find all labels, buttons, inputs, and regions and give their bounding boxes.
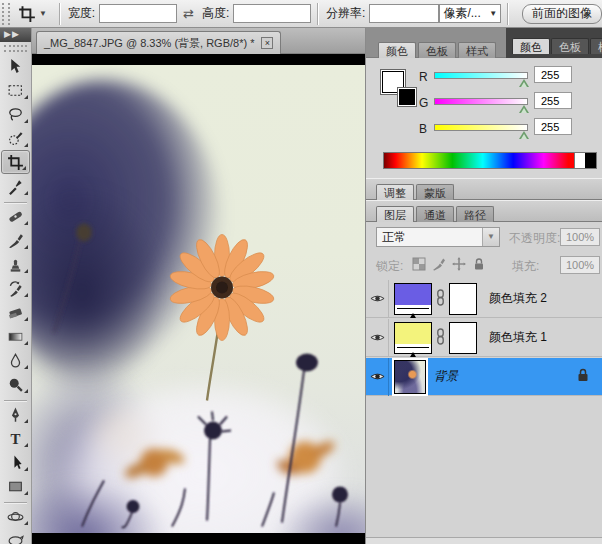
tab-channels[interactable]: 通道: [416, 206, 454, 223]
red-slider[interactable]: [434, 72, 528, 79]
tab-styles-overlay[interactable]: 样式: [590, 38, 602, 54]
lasso-icon: [7, 106, 24, 123]
spectrum-gradient[interactable]: [384, 153, 574, 168]
daisy-flower: [169, 235, 276, 401]
background-color-swatch[interactable]: [397, 87, 417, 107]
visibility-toggle[interactable]: [366, 319, 389, 357]
rectangle-shape-tool[interactable]: [0, 474, 31, 498]
tab-adjustments[interactable]: 调整: [376, 184, 414, 201]
move-icon: [7, 58, 24, 75]
chevron-down-icon: ▼: [482, 228, 499, 246]
layer-mask-thumbnail[interactable]: [449, 283, 477, 315]
current-tool-button[interactable]: ▼: [12, 5, 53, 23]
green-slider-thumb[interactable]: [519, 105, 529, 113]
color-spectrum-ramp[interactable]: [383, 152, 597, 169]
pen-tool[interactable]: [0, 402, 31, 426]
toolbar-collapse-header[interactable]: ▶▶: [0, 28, 31, 42]
visibility-toggle[interactable]: [366, 358, 389, 396]
layer-row-color-fill-2[interactable]: 颜色填充 2: [366, 280, 602, 318]
blue-slider-thumb[interactable]: [519, 131, 529, 139]
green-slider[interactable]: [434, 98, 528, 105]
green-value-input[interactable]: [534, 92, 572, 109]
visibility-toggle[interactable]: [366, 280, 389, 318]
red-slider-thumb[interactable]: [519, 79, 529, 87]
resolution-input[interactable]: [369, 4, 439, 23]
layer-name[interactable]: 背景: [434, 368, 458, 385]
dock-bottom-strip: [366, 537, 602, 544]
blue-channel-label: B: [419, 122, 433, 136]
type-tool[interactable]: T: [0, 426, 31, 450]
adjustments-tab-bar: 调整 蒙版: [366, 178, 602, 200]
canvas-area[interactable]: [32, 54, 365, 544]
height-input[interactable]: [233, 4, 311, 23]
path-selection-tool[interactable]: [0, 450, 31, 474]
blend-mode-value: 正常: [377, 229, 482, 246]
front-image-button[interactable]: 前面的图像: [522, 4, 602, 24]
close-icon[interactable]: ×: [261, 37, 273, 49]
blend-mode-dropdown[interactable]: 正常 ▼: [376, 227, 500, 247]
spot-healing-brush-tool[interactable]: [0, 204, 31, 228]
opacity-value[interactable]: 100%: [560, 228, 600, 246]
lock-position-icon[interactable]: [452, 257, 466, 271]
width-input[interactable]: [99, 4, 177, 23]
color-panel: R G B: [366, 58, 602, 178]
eyedropper-icon: [7, 178, 24, 195]
blue-value-input[interactable]: [534, 118, 572, 135]
history-brush-tool[interactable]: [0, 276, 31, 300]
layer-row-color-fill-1[interactable]: 颜色填充 1: [366, 319, 602, 357]
layer-name[interactable]: 颜色填充 1: [489, 329, 547, 346]
tab-masks[interactable]: 蒙版: [416, 184, 454, 201]
resolution-unit-dropdown[interactable]: 像素/... ▼: [439, 4, 501, 23]
toolbar-grip[interactable]: [4, 45, 27, 52]
rectangle-icon: [7, 478, 24, 495]
chevron-down-icon: ▼: [489, 9, 497, 18]
document-tab[interactable]: _MG_8847.JPG @ 8.33% (背景, RGB/8*) * ×: [36, 31, 281, 54]
fill-value[interactable]: 100%: [560, 256, 600, 274]
tab-styles[interactable]: 样式: [458, 42, 496, 58]
layer-name[interactable]: 颜色填充 2: [489, 290, 547, 307]
crop-tool[interactable]: [1, 150, 30, 174]
blue-slider[interactable]: [434, 124, 528, 131]
eyedropper-tool[interactable]: [0, 174, 31, 198]
quick-selection-tool[interactable]: [0, 126, 31, 150]
gradient-tool[interactable]: [0, 324, 31, 348]
tab-paths[interactable]: 路径: [456, 206, 494, 223]
move-tool[interactable]: [0, 54, 31, 78]
tab-color-overlay[interactable]: 颜色: [512, 38, 550, 54]
separator: [59, 3, 60, 25]
3d-rotate-tool[interactable]: [0, 504, 31, 528]
green-channel-label: G: [419, 96, 433, 110]
background-layer-thumbnail[interactable]: [394, 360, 426, 394]
swap-dimensions-icon[interactable]: ⇄: [183, 6, 194, 21]
lock-label: 锁定:: [376, 258, 403, 275]
options-bar-grip[interactable]: [2, 3, 10, 25]
eye-icon: [370, 293, 385, 304]
crop-icon: [18, 5, 36, 23]
spectrum-white-swatch[interactable]: [574, 153, 585, 168]
lock-all-icon[interactable]: [472, 257, 486, 271]
tab-swatches[interactable]: 色板: [418, 42, 456, 58]
lock-transparency-icon[interactable]: [412, 257, 426, 271]
fill-layer-thumbnail[interactable]: [394, 283, 432, 315]
lasso-tool[interactable]: [0, 102, 31, 126]
red-channel-label: R: [419, 70, 433, 84]
tab-color[interactable]: 颜色: [378, 42, 416, 58]
fill-thumb-marker: [410, 310, 416, 318]
layer-row-background[interactable]: 背景: [366, 358, 602, 396]
3d-orbit-tool[interactable]: [0, 528, 31, 544]
brush-tool[interactable]: [0, 228, 31, 252]
tab-swatches-overlay[interactable]: 色板: [551, 38, 589, 54]
fill-layer-thumbnail[interactable]: [394, 322, 432, 354]
history-brush-icon: [7, 280, 24, 297]
rectangular-marquee-tool[interactable]: [0, 78, 31, 102]
layer-mask-thumbnail[interactable]: [449, 322, 477, 354]
eraser-tool[interactable]: [0, 300, 31, 324]
spectrum-black-swatch[interactable]: [585, 153, 596, 168]
lock-pixels-icon[interactable]: [432, 257, 446, 271]
burn-icon: [7, 376, 24, 393]
blur-tool[interactable]: [0, 348, 31, 372]
tab-layers[interactable]: 图层: [376, 206, 414, 223]
burn-tool[interactable]: [0, 372, 31, 396]
red-value-input[interactable]: [534, 66, 572, 83]
clone-stamp-tool[interactable]: [0, 252, 31, 276]
